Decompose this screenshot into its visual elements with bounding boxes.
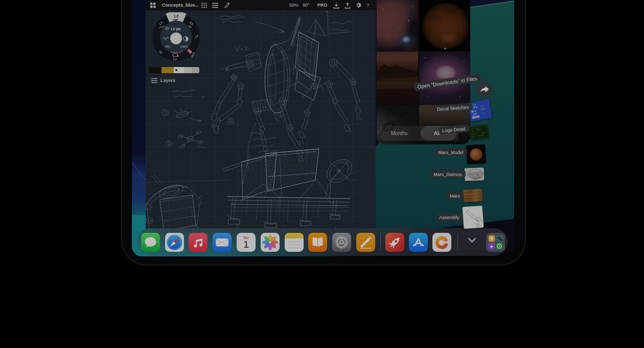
svg-text:1.6 pts: 1.6 pts [171,27,181,31]
svg-text:6.8: 6.8 [173,58,176,61]
svg-text:1: 1 [243,239,249,250]
svg-text:RL■: RL■ [471,109,477,114]
svg-text:0%: 0% [166,45,170,48]
svg-text:MARS: MARS [472,115,480,119]
svg-text:1.6: 1.6 [174,14,178,18]
svg-text:★: ★ [489,244,493,249]
svg-text:100%: 100% [180,45,188,48]
